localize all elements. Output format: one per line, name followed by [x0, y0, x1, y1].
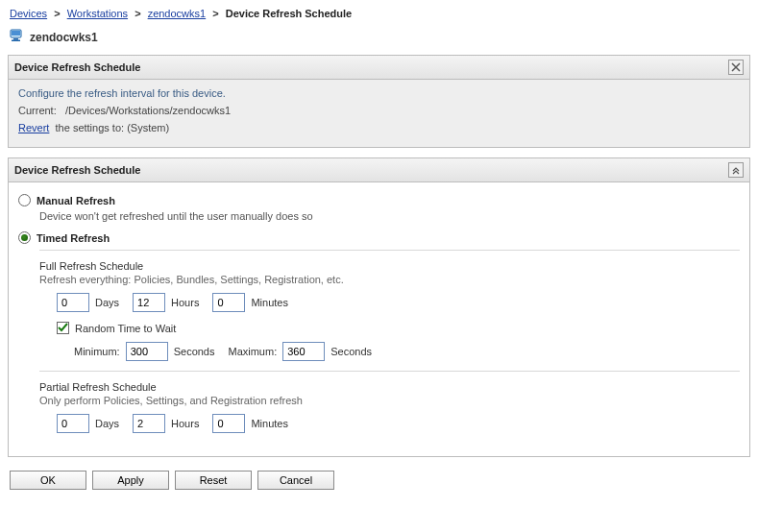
manual-refresh-option[interactable]: Manual Refresh: [18, 194, 740, 206]
override-panel-body: Configure the refresh interval for this …: [9, 80, 749, 147]
full-refresh-sub: Refresh everything: Policies, Bundles, S…: [39, 274, 740, 285]
override-panel-title: Device Refresh Schedule: [14, 61, 140, 73]
minutes-label: Minutes: [251, 418, 288, 429]
full-hours-input[interactable]: [133, 293, 165, 312]
override-revert-row: Revert the settings to: (System): [18, 122, 740, 133]
full-refresh-title: Full Refresh Schedule: [39, 260, 740, 272]
manual-refresh-label: Manual Refresh: [37, 195, 115, 206]
breadcrumb-current: Device Refresh Schedule: [226, 8, 352, 19]
svg-rect-2: [13, 38, 18, 40]
radio-icon[interactable]: [18, 194, 31, 206]
days-label: Days: [95, 297, 119, 308]
full-refresh-section: Full Refresh Schedule Refresh everything…: [39, 260, 740, 361]
schedule-panel-body: Manual Refresh Device won't get refreshe…: [9, 182, 749, 456]
minutes-label: Minutes: [251, 297, 288, 308]
hours-label: Hours: [171, 418, 199, 429]
full-refresh-fields: Days Hours Minutes: [57, 293, 740, 312]
partial-refresh-title: Partial Refresh Schedule: [39, 381, 740, 393]
schedule-panel-header: Device Refresh Schedule: [9, 158, 749, 182]
schedule-panel: Device Refresh Schedule Manual Refresh D…: [8, 157, 750, 457]
partial-minutes-input[interactable]: [212, 414, 245, 433]
svg-rect-1: [12, 31, 20, 36]
override-current-path: /Devices/Workstations/zendocwks1: [65, 105, 231, 116]
timed-refresh-option[interactable]: Timed Refresh: [18, 231, 740, 244]
breadcrumb-sep: >: [212, 8, 218, 19]
breadcrumb-devices[interactable]: Devices: [10, 8, 47, 19]
reset-button[interactable]: Reset: [175, 471, 252, 490]
min-label: Minimum:: [74, 346, 120, 357]
close-icon[interactable]: [728, 60, 744, 75]
breadcrumb: Devices > Workstations > zendocwks1 > De…: [10, 8, 750, 19]
divider: [39, 250, 740, 251]
min-unit: Seconds: [174, 346, 215, 357]
device-name: zendocwks1: [30, 31, 98, 44]
hours-label: Hours: [171, 297, 199, 308]
revert-text-value: the settings to: (System): [56, 122, 170, 133]
override-current-label: Current:: [18, 105, 57, 116]
apply-button[interactable]: Apply: [92, 471, 169, 490]
partial-refresh-fields: Days Hours Minutes: [57, 414, 740, 433]
collapse-icon[interactable]: [728, 162, 744, 178]
breadcrumb-sep: >: [134, 8, 140, 19]
workstation-icon: [10, 29, 30, 45]
random-wait-row: Random Time to Wait: [57, 322, 740, 334]
partial-hours-input[interactable]: [133, 414, 165, 433]
breadcrumb-sep: >: [54, 8, 60, 19]
random-wait-checkbox[interactable]: [57, 322, 69, 334]
button-bar: OK Apply Reset Cancel: [8, 471, 750, 490]
svg-rect-3: [12, 40, 20, 42]
override-description: Configure the refresh interval for this …: [18, 87, 740, 99]
random-wait-label: Random Time to Wait: [75, 323, 176, 334]
schedule-panel-title: Device Refresh Schedule: [14, 164, 140, 176]
full-minutes-input[interactable]: [212, 293, 245, 312]
divider: [39, 371, 740, 372]
cancel-button[interactable]: Cancel: [257, 471, 334, 490]
max-unit: Seconds: [330, 346, 372, 357]
partial-days-input[interactable]: [57, 414, 89, 433]
partial-refresh-section: Partial Refresh Schedule Only perform Po…: [39, 381, 740, 433]
revert-link[interactable]: Revert: [18, 122, 49, 133]
days-label: Days: [95, 418, 119, 429]
override-panel-header: Device Refresh Schedule: [9, 56, 749, 80]
manual-refresh-desc: Device won't get refreshed until the use…: [39, 210, 740, 222]
max-seconds-input[interactable]: [282, 342, 325, 361]
full-days-input[interactable]: [57, 293, 89, 312]
breadcrumb-workstations[interactable]: Workstations: [67, 8, 128, 19]
random-wait-fields: Minimum: Seconds Maximum: Seconds: [74, 342, 740, 361]
partial-refresh-sub: Only perform Policies, Settings, and Reg…: [39, 395, 740, 406]
timed-refresh-label: Timed Refresh: [37, 232, 110, 244]
breadcrumb-device[interactable]: zendocwks1: [148, 8, 207, 19]
max-label: Maximum:: [228, 346, 277, 357]
override-current-row: Current: /Devices/Workstations/zendocwks…: [18, 105, 740, 116]
min-seconds-input[interactable]: [126, 342, 168, 361]
override-panel: Device Refresh Schedule Configure the re…: [8, 55, 750, 148]
radio-icon[interactable]: [18, 231, 31, 244]
device-title: zendocwks1: [10, 29, 750, 45]
ok-button[interactable]: OK: [10, 471, 86, 490]
